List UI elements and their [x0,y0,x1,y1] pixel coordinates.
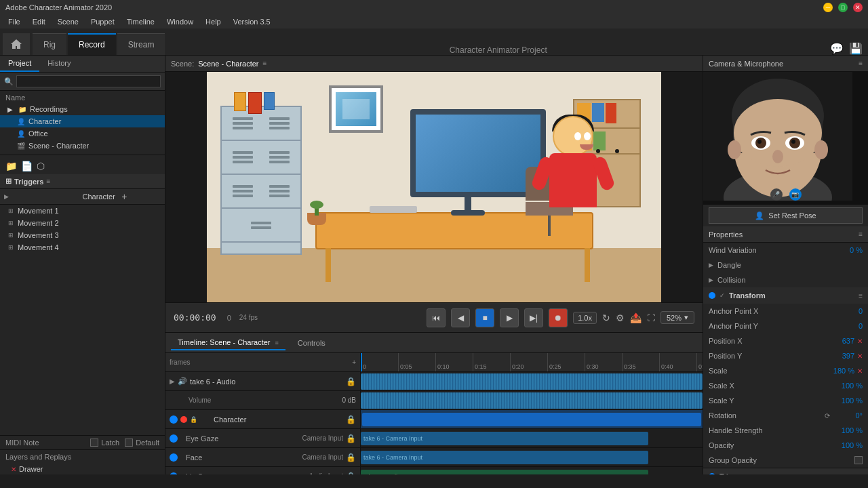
fullscreen-icon[interactable]: ⛶ [647,313,655,323]
previous-frame-button[interactable]: ◀ [451,308,470,327]
playhead[interactable] [361,353,362,371]
transform-menu-icon[interactable]: ≡ [859,292,863,300]
tab-rig[interactable]: Rig [33,33,66,55]
timeline-tab-scene[interactable]: Timeline: Scene - Character ≡ [171,336,285,350]
home-button[interactable] [3,33,30,55]
waveform-display-top [361,373,703,390]
scale-y-value[interactable]: 100 % [835,396,863,405]
collision-group[interactable]: ▶ Collision [703,272,868,287]
latch-check-box[interactable] [90,439,98,447]
set-rest-pose-button[interactable]: 👤 Set Rest Pose [709,207,863,224]
add-trigger-button[interactable]: + [121,191,161,202]
camera-control-buttons: 🎤 📷 [770,188,802,201]
track-audio[interactable]: ▶ 🔊 take 6 - Audio 🔒 [165,372,360,391]
controls-tab[interactable]: Controls [291,336,332,350]
settings-icon[interactable]: ⚙ [616,312,625,323]
track-lipsync[interactable]: Lip Sync Audio Input 🔒 [165,467,360,474]
latch-checkbox[interactable]: Latch [90,439,119,447]
menu-edit[interactable]: Edit [27,16,51,27]
char-track-settings[interactable]: 🔒 [346,415,356,424]
history-tab[interactable]: History [39,56,79,72]
menu-window[interactable]: Window [161,16,199,27]
triggers-right-menu-icon[interactable]: ≡ [859,472,863,474]
group-opacity-checkbox[interactable] [854,456,863,464]
speed-display[interactable]: 1.0x [573,312,597,324]
tree-item-scene-character[interactable]: 🎬 Scene - Character [0,140,165,152]
movement-item-2[interactable]: ⊞ Movement 2 [0,217,165,229]
menu-help[interactable]: Help [200,16,226,27]
scene-menu-icon[interactable]: ≡ [263,60,267,67]
project-tab[interactable]: Project [0,56,39,72]
eyegaze-lock-icon[interactable]: 🔒 [346,434,356,443]
lipsync-lock-icon[interactable]: 🔒 [346,472,356,475]
maximize-button[interactable]: □ [838,3,848,12]
add-track-icon[interactable]: + [352,359,356,366]
file-btn[interactable]: 📄 [21,161,33,171]
track-eye-character[interactable] [170,415,178,424]
movement-item-4[interactable]: ⊞ Movement 4 [0,241,165,253]
menu-puppet[interactable]: Puppet [85,16,120,27]
timeline-ruler[interactable]: 0 0:05 0:10 0:15 0:20 0:25 0:30 0:35 0:4… [361,353,703,372]
properties-menu-icon[interactable]: ≡ [859,230,863,238]
mic-button[interactable]: 🎤 [770,188,783,201]
loop-icon[interactable]: ↻ [602,312,610,323]
next-frame-button[interactable]: ▶| [524,308,543,327]
position-y-close-icon[interactable]: ✕ [857,352,863,360]
track-eye-face[interactable] [170,453,178,462]
move-icon-3: ⊞ [8,232,14,239]
tree-item-office[interactable]: 👤 Office [0,127,165,140]
char-track-lock-icon[interactable]: 🔒 [190,416,197,423]
scale-close-icon[interactable]: ✕ [857,367,863,375]
triggers-eye-icon[interactable] [709,473,715,475]
minimize-button[interactable]: ─ [823,3,833,12]
movement-item-1[interactable]: ⊞ Movement 1 [0,205,165,217]
anchor-y-value[interactable]: 0 [835,322,863,330]
zoom-control[interactable]: 52% ▾ [660,311,694,324]
anchor-x-value[interactable]: 0 [835,307,863,315]
track-lock-icon[interactable]: 🔒 [346,377,356,386]
position-x-close-icon[interactable]: ✕ [857,338,863,345]
save-icon[interactable]: 💾 [849,42,863,55]
character-triggers-section: ▶ Character + ⊞ Movement 1 ⊞ Movement 2 [0,189,165,435]
track-eye-lipsync[interactable] [170,472,178,475]
opacity-value[interactable]: 100 % [835,441,863,449]
transform-check-icon[interactable]: ✓ [719,292,725,299]
movement-item-3[interactable]: ⊞ Movement 3 [0,229,165,241]
triggers-menu-icon[interactable]: ≡ [46,178,50,185]
export-icon[interactable]: 📤 [630,312,642,323]
track-eye-eyegaze[interactable] [170,434,178,443]
scale-value[interactable]: 180 % [827,367,854,375]
scale-x-value[interactable]: 100 % [835,382,863,390]
tab-stream[interactable]: Stream [117,33,165,55]
record-button[interactable]: ⏺ [549,308,568,327]
dangle-group[interactable]: ▶ Dangle [703,258,868,272]
close-button[interactable]: ✕ [853,3,863,12]
project-search-input[interactable] [16,75,161,87]
menu-timeline[interactable]: Timeline [121,16,160,27]
track-mute-character[interactable] [180,416,187,423]
menu-scene[interactable]: Scene [52,16,84,27]
stop-button[interactable]: ■ [475,308,494,327]
rotation-value[interactable]: 0° [835,411,863,420]
folder-btn[interactable]: 📁 [5,161,17,171]
default-check-box[interactable] [125,439,133,447]
chat-icon[interactable]: 💬 [830,42,844,55]
track-face[interactable]: Face Camera Input 🔒 [165,448,360,467]
tree-item-recordings[interactable]: ▶ 📁 Recordings [0,103,165,115]
camera-menu-icon[interactable]: ≡ [859,60,863,67]
drawer-item[interactable]: ✕ Drawer [0,464,165,474]
position-x-value[interactable]: 637 [827,337,854,345]
track-eye-gaze[interactable]: Eye Gaze Camera Input 🔒 [165,429,360,448]
skip-to-start-button[interactable]: ⏮ [427,308,446,327]
default-checkbox[interactable]: Default [125,439,159,447]
track-character[interactable]: 🔒 Character 🔒 [165,410,360,429]
play-button[interactable]: ▶ [500,308,519,327]
menu-file[interactable]: File [3,16,26,27]
position-y-value[interactable]: 397 [827,352,854,360]
transform-eye-icon[interactable] [709,292,715,299]
face-lock-icon[interactable]: 🔒 [346,453,356,462]
tab-record[interactable]: Record [68,33,116,55]
tree-item-character[interactable]: 👤 Character [0,115,165,127]
camera-button[interactable]: 📷 [789,188,802,201]
add-btn[interactable]: ⬡ [37,161,45,171]
